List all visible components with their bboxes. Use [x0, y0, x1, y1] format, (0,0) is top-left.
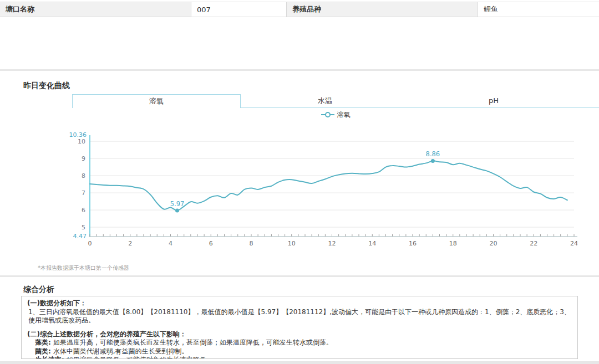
svg-text:18: 18 [449, 240, 457, 247]
analysis-part1-heading: (一)数据分析如下： [27, 299, 572, 308]
svg-text:4: 4 [169, 240, 172, 247]
species-label: 养殖品种 [287, 2, 478, 17]
svg-text:22: 22 [530, 240, 537, 247]
chart-canvas: 567891010.364.470246810121416182022248.8… [0, 127, 599, 253]
line-series-legend-icon [321, 112, 334, 117]
svg-text:6: 6 [209, 240, 213, 247]
svg-text:5.97: 5.97 [170, 200, 185, 208]
page-bottom-divider [0, 361, 599, 364]
legend-label: 溶氧 [337, 110, 351, 120]
svg-text:8.86: 8.86 [426, 150, 440, 158]
svg-text:20: 20 [490, 240, 498, 247]
svg-text:16: 16 [409, 240, 417, 247]
species-value: 鲤鱼 [478, 2, 599, 17]
analysis-item-algae: 藻类: 如果温度升高，可能使藻类疯长而发生转水，甚至倒藻；如果温度降低，可能发生… [35, 339, 572, 347]
chart-legend-item[interactable]: 溶氧 [300, 110, 372, 119]
svg-text:7: 7 [82, 189, 85, 197]
svg-text:2: 2 [128, 240, 132, 247]
svg-text:10: 10 [288, 240, 296, 247]
svg-text:12: 12 [328, 240, 336, 247]
curve-section-title: 昨日变化曲线 [23, 81, 70, 91]
svg-text:9: 9 [82, 155, 85, 162]
svg-text:4.47: 4.47 [73, 233, 87, 240]
pond-name-value: 007 [191, 2, 287, 17]
chart-footnote: *本报告数据源于本塘口第一个传感器 [38, 264, 129, 272]
svg-text:24: 24 [570, 240, 578, 247]
analysis-item-label: 生长速率: [35, 356, 64, 359]
analysis-item-text: 如果温度升高，可能使藻类疯长而发生转水，甚至倒藻；如果温度降低，可能发生转水或倒… [53, 339, 333, 346]
analysis-part2-heading: (二)综合上述数据分析，会对您的养殖产生以下影响： [27, 330, 572, 339]
svg-text:10: 10 [78, 138, 85, 145]
svg-text:14: 14 [368, 240, 376, 247]
report-page: 塘口名称 007 养殖品种 鲤鱼 昨日变化曲线 溶氧 水温 pH 溶氧 5678… [0, 0, 599, 364]
svg-text:5: 5 [82, 224, 85, 231]
svg-text:8: 8 [250, 240, 253, 247]
analysis-box: (一)数据分析如下： 1、三日内溶氧最低值的最大值【8.00】【20181110… [21, 296, 578, 359]
analysis-item-label: 藻类: [35, 339, 51, 346]
svg-text:8: 8 [82, 172, 85, 180]
section-divider-middle [0, 275, 599, 277]
analysis-item-growth-rate: 生长速率: 如果溶氧含量降低，可能使对鱼的生长速率降低。 [35, 356, 572, 359]
tab-dissolved-oxygen[interactable]: 溶氧 [72, 94, 241, 108]
section-divider-top [0, 69, 599, 71]
analysis-item-label: 菌类: [35, 347, 51, 355]
dissolved-oxygen-line-chart[interactable]: 567891010.364.470246810121416182022248.8… [0, 127, 599, 253]
analysis-item-bacteria: 菌类: 水体中菌类代谢减弱,有益菌的生长受到抑制。 [35, 347, 572, 356]
pond-name-label: 塘口名称 [0, 2, 191, 17]
analysis-item-text: 水体中菌类代谢减弱,有益菌的生长受到抑制。 [53, 347, 189, 355]
svg-text:10.36: 10.36 [69, 131, 87, 139]
tab-water-temperature[interactable]: 水温 [241, 94, 409, 108]
tab-ph[interactable]: pH [409, 94, 578, 108]
svg-text:0: 0 [88, 240, 92, 247]
svg-text:6: 6 [82, 207, 85, 214]
pond-info-bar: 塘口名称 007 养殖品种 鲤鱼 [0, 2, 599, 17]
analysis-item-text: 如果溶氧含量降低，可能使对鱼的生长速率降低。 [67, 356, 213, 359]
analysis-section-title: 综合分析 [23, 285, 54, 295]
analysis-part1-line: 1、三日内溶氧最低值的最大值【8.00】【20181110】，最低值的最小值是【… [28, 308, 572, 325]
